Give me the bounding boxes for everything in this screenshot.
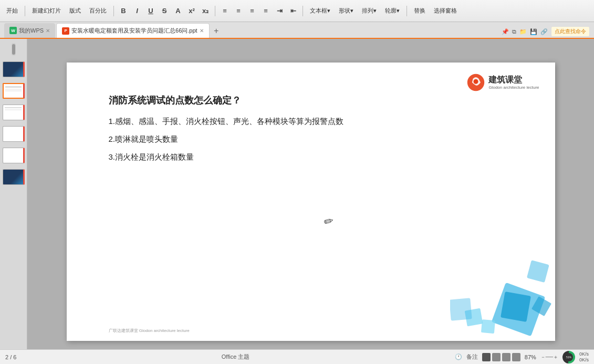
align-center-icon[interactable]: ≡ <box>233 5 244 17</box>
thumb-wrapper-3: 3 <box>3 105 25 120</box>
theme-label: Office 主题 <box>222 353 250 360</box>
view-icons <box>482 353 520 361</box>
slide-editor-area[interactable]: 建筑课堂 Glodon architecture lecture 消防系统调试的… <box>27 39 594 364</box>
wps-icon: W <box>9 27 17 34</box>
progress-text: 51% <box>566 356 571 359</box>
logo-name: 建筑课堂 <box>488 75 539 85</box>
align-right-icon[interactable]: ≡ <box>246 5 258 17</box>
superscript-button[interactable]: x² <box>186 5 197 17</box>
folder-icon[interactable]: 📁 <box>519 28 527 35</box>
outline-btn[interactable]: 轮廓▾ <box>382 6 403 16</box>
indent-dec-icon[interactable]: ⇤ <box>287 5 299 17</box>
slide-canvas: 建筑课堂 Glodon architecture lecture 消防系统调试的… <box>67 63 555 341</box>
net-up: 0K/s <box>579 351 589 357</box>
subscript-button[interactable]: x₂ <box>200 5 211 17</box>
window-icon[interactable]: ⧉ <box>512 28 516 35</box>
save-icon[interactable]: 💾 <box>530 28 537 35</box>
tab-ppt[interactable]: P 安装水暖电定额套用及安装学员问题汇总66问.ppt ✕ <box>56 23 210 38</box>
svg-rect-3 <box>501 292 531 322</box>
menu-new-slide[interactable]: 新建幻灯片 <box>29 6 64 16</box>
slide-thumb-1[interactable] <box>3 61 25 77</box>
thumb-wrapper-2: 2 <box>3 83 25 99</box>
indent-inc-icon[interactable]: ⇥ <box>274 5 285 17</box>
align-left-icon[interactable]: ≡ <box>219 5 231 17</box>
normal-view-icon[interactable] <box>482 353 491 361</box>
select-pane-btn[interactable]: 选择窗格 <box>431 6 460 16</box>
shape-btn[interactable]: 形状▾ <box>336 6 357 16</box>
tab-wps-label: 我的WPS <box>19 27 44 35</box>
ppt-icon: P <box>62 27 69 35</box>
notes-toggle[interactable]: 备注 <box>466 353 478 361</box>
logo-svg-icon <box>466 73 485 92</box>
arrange-btn[interactable]: 排列▾ <box>359 6 380 16</box>
tab-ppt-label: 安装水暖电定额套用及安装学员问题汇总66问.ppt <box>71 27 197 35</box>
underline-button[interactable]: U <box>145 5 157 17</box>
thumb-wrapper-1: 1 <box>3 61 25 77</box>
grid-view-icon[interactable] <box>492 353 501 361</box>
thumb-wrapper-4: 4 <box>3 126 25 142</box>
svg-rect-6 <box>481 319 495 333</box>
pencil-cursor: ✏ <box>322 214 335 230</box>
slide-thumb-5[interactable] <box>3 148 25 163</box>
deco-svg <box>450 257 555 341</box>
slide-watermark: 广联达建筑课堂 Glodon architecture lecture <box>109 328 190 334</box>
slide-logo: 建筑课堂 Glodon architecture lecture <box>466 73 539 92</box>
tab-wps-close[interactable]: ✕ <box>46 28 50 34</box>
strike-button[interactable]: S <box>159 5 170 17</box>
zoom-slider[interactable]: －──＋ <box>540 353 558 361</box>
left-scrollbar[interactable] <box>12 43 16 56</box>
tab-ppt-close[interactable]: ✕ <box>200 28 204 34</box>
align-justify-icon[interactable]: ≡ <box>260 5 272 17</box>
menu-layout[interactable]: 版式 <box>66 6 84 16</box>
reading-view-icon[interactable] <box>502 353 510 361</box>
bold-button[interactable]: B <box>118 5 129 17</box>
thumb-wrapper-5: 5 <box>3 148 25 163</box>
deco-shapes <box>450 257 555 341</box>
svg-point-1 <box>474 79 478 84</box>
toolbar: 开始 新建幻灯片 版式 百分比 B I U S A x² x₂ ≡ ≡ ≡ ≡ … <box>0 0 594 22</box>
svg-rect-5 <box>526 260 549 283</box>
toolbar-sep-1 <box>25 6 25 16</box>
slide-thumb-4[interactable] <box>3 126 25 142</box>
pin-icon[interactable]: 📌 <box>502 28 509 35</box>
slide-thumb-3[interactable] <box>3 105 25 120</box>
slide-item-3: 3.消火栓是消火栓箱数量 <box>109 151 471 163</box>
search-cmd-btn[interactable]: 点此查找命令 <box>551 26 590 37</box>
font-color-button[interactable]: A <box>172 5 184 17</box>
tab-right-area: 📌 ⧉ 📁 💾 🔗 点此查找命令 <box>502 26 590 38</box>
logo-text-block: 建筑课堂 Glodon architecture lecture <box>488 75 539 89</box>
toolbar-sep-5 <box>407 6 407 16</box>
toolbar-sep-2 <box>113 6 114 16</box>
slide-info: 2 / 6 <box>5 354 16 360</box>
slide-title: 消防系统调试的点数怎么确定？ <box>109 94 471 107</box>
logo-subtitle: Glodon architecture lecture <box>488 85 539 90</box>
main-area: 1 2 3 4 5 <box>0 39 594 364</box>
net-down: 0K/s <box>579 357 589 363</box>
slide-content-area: 消防系统调试的点数怎么确定？ 1.感烟、感温、手报、消火栓按钮、声光、各种模块等… <box>109 94 471 169</box>
slide-thumb-6[interactable] <box>3 169 25 185</box>
slide-item-2: 2.喷淋就是喷头数量 <box>109 133 471 145</box>
menu-font-size[interactable]: 百分比 <box>86 6 110 16</box>
menu-start[interactable]: 开始 <box>3 6 21 16</box>
progress-inner: 51% <box>565 353 573 361</box>
add-tab-button[interactable]: + <box>211 25 222 37</box>
textbox-btn[interactable]: 文本框▾ <box>307 6 334 16</box>
slide-thumb-2[interactable] <box>3 83 25 99</box>
toolbar-sep-4 <box>303 6 303 16</box>
clock-icon: 🕐 <box>455 353 462 360</box>
slide-thumbnail-panel: 1 2 3 4 5 <box>0 39 27 364</box>
replace-btn[interactable]: 替换 <box>411 6 429 16</box>
status-center: Office 主题 <box>20 353 450 361</box>
tab-wps[interactable]: W 我的WPS ✕ <box>4 23 55 38</box>
net-speed: 0K/s 0K/s <box>579 351 589 363</box>
slide-item-1: 1.感烟、感温、手报、消火栓按钮、声光、各种模块等算为报警点数 <box>109 115 471 128</box>
toolbar-sep-3 <box>215 6 215 16</box>
share-icon[interactable]: 🔗 <box>540 28 548 35</box>
left-scroll-thumb[interactable] <box>12 44 15 55</box>
statusbar: 2 / 6 Office 主题 🕐 备注 87% －──＋ 51% 0K/s 0… <box>0 349 594 364</box>
thumb-wrapper-6: 6 <box>3 169 25 185</box>
svg-rect-7 <box>450 298 472 320</box>
italic-button[interactable]: I <box>131 5 143 17</box>
slideshow-view-icon[interactable] <box>512 353 520 361</box>
progress-circle: 51% <box>562 351 575 363</box>
